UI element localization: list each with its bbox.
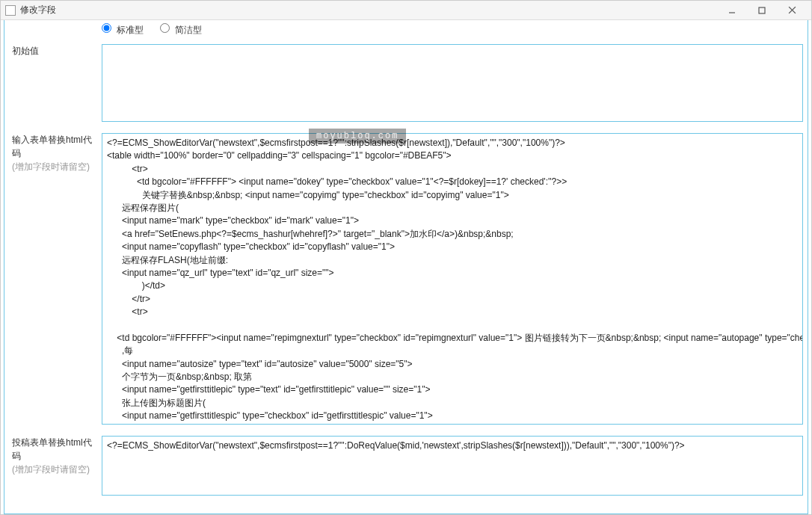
radio-simple-input[interactable]	[160, 23, 170, 33]
close-button[interactable]	[777, 1, 807, 19]
label-initial: 初始值	[4, 40, 97, 129]
label-html2-sub: (增加字段时请留空)	[12, 464, 90, 475]
titlebar: 修改字段	[1, 1, 811, 20]
input-form-html-textarea[interactable]	[102, 133, 803, 425]
radio-standard[interactable]: 标准型	[102, 25, 147, 35]
minimize-button[interactable]	[717, 1, 747, 19]
label-html1-text: 输入表单替换html代码	[12, 135, 92, 158]
label-html2: 投稿表单替换html代码 (增加字段时请留空)	[4, 431, 97, 502]
window-title: 修改字段	[20, 4, 717, 16]
type-radio-group: 标准型 简洁型	[97, 20, 808, 40]
label-html1: 输入表单替换html代码 (增加字段时请留空)	[4, 129, 97, 431]
label-html1-sub: (增加字段时请留空)	[12, 161, 90, 172]
label-html2-text: 投稿表单替换html代码	[12, 437, 92, 461]
form-table: 标准型 简洁型 初始值 输入表	[4, 20, 808, 502]
radio-simple[interactable]: 简洁型	[160, 25, 202, 35]
radio-simple-label: 简洁型	[175, 25, 202, 35]
content-area: 标准型 简洁型 初始值 输入表	[1, 20, 811, 514]
window-controls	[717, 1, 807, 19]
radio-standard-input[interactable]	[102, 23, 111, 33]
radio-standard-label: 标准型	[117, 25, 144, 35]
submit-form-html-textarea[interactable]	[102, 436, 803, 496]
initial-value-textarea[interactable]	[102, 44, 803, 122]
panel-border: 标准型 简洁型 初始值 输入表	[4, 20, 808, 514]
window-frame: 修改字段 标准型	[0, 0, 812, 515]
svg-rect-1	[759, 7, 765, 13]
app-icon	[5, 5, 16, 16]
maximize-button[interactable]	[747, 1, 777, 19]
